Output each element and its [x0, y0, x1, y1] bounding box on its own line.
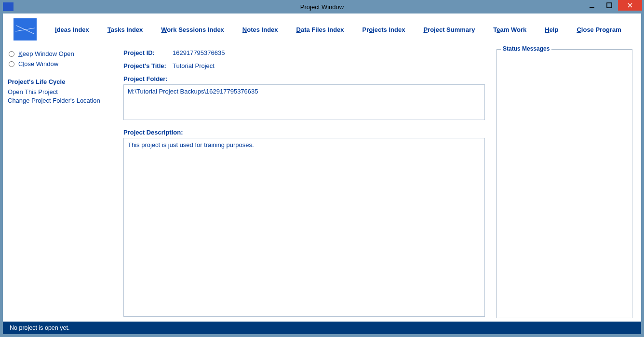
row-project-title: Project's Title: Tutorial Project [123, 62, 485, 69]
project-description-value: This project is just used for training p… [128, 141, 254, 148]
body-area: Keep Window Open Close Window Project's … [3, 45, 641, 322]
project-folder-value: M:\Tutorial Project Backups\162917795376… [128, 88, 258, 95]
value-project-id: 162917795376635 [173, 49, 225, 56]
window-title: Project Window [0, 3, 644, 11]
window-frame: Project Window Ideas Index Tasks Index W… [0, 0, 644, 337]
center-panel: Project ID: 162917795376635 Project's Ti… [123, 45, 485, 319]
menu-project-summary[interactable]: Project Summary [423, 26, 475, 33]
label-project-id: Project ID: [123, 49, 173, 56]
menu-data-files-index[interactable]: Data Files Index [296, 26, 344, 33]
menu-notes-index[interactable]: Notes Index [242, 26, 278, 33]
label-project-folder: Project Folder: [123, 75, 485, 82]
menu-ideas-index[interactable]: Ideas Index [55, 26, 89, 33]
app-title-icon [3, 2, 13, 11]
menu-close-program[interactable]: Close Program [577, 26, 621, 33]
minimize-button[interactable] [583, 0, 601, 11]
project-description-box[interactable]: This project is just used for training p… [123, 138, 485, 317]
life-cycle-title: Project's Life Cycle [8, 78, 112, 85]
menubar: Ideas Index Tasks Index Work Sessions In… [3, 13, 641, 45]
radio-keep-window-open[interactable]: Keep Window Open [9, 50, 112, 57]
right-panel: Status Messages [496, 45, 632, 319]
value-project-title: Tutorial Project [173, 62, 215, 69]
menu-work-sessions-index[interactable]: Work Sessions Index [161, 26, 224, 33]
menu-help[interactable]: Help [545, 26, 558, 33]
window-controls [583, 0, 642, 11]
maximize-button[interactable] [601, 0, 618, 11]
statusbar: No project is open yet. [3, 322, 641, 334]
status-messages-group: Status Messages [496, 49, 632, 318]
titlebar[interactable]: Project Window [0, 0, 644, 13]
label-project-description: Project Description: [123, 129, 485, 136]
menu-tasks-index[interactable]: Tasks Index [107, 26, 143, 33]
link-open-this-project[interactable]: Open This Project [8, 88, 112, 95]
radio-icon [9, 61, 14, 67]
menu-projects-index[interactable]: Projects Index [362, 26, 405, 33]
link-change-project-folder[interactable]: Change Project Folder's Location [8, 97, 112, 104]
project-folder-box[interactable]: M:\Tutorial Project Backups\162917795376… [123, 84, 485, 120]
app-logo-icon[interactable] [13, 18, 37, 40]
menu-team-work[interactable]: Team Work [493, 26, 526, 33]
client-area: Ideas Index Tasks Index Work Sessions In… [3, 13, 641, 334]
close-button[interactable] [618, 0, 642, 11]
radio-icon [9, 51, 14, 57]
svg-rect-0 [590, 7, 594, 8]
left-panel: Keep Window Open Close Window Project's … [8, 45, 112, 319]
radio-close-window[interactable]: Close Window [9, 60, 112, 67]
status-messages-title: Status Messages [501, 45, 551, 52]
statusbar-text: No project is open yet. [10, 324, 69, 331]
label-project-title: Project's Title: [123, 62, 173, 69]
row-project-id: Project ID: 162917795376635 [123, 49, 485, 56]
svg-rect-1 [607, 3, 612, 8]
